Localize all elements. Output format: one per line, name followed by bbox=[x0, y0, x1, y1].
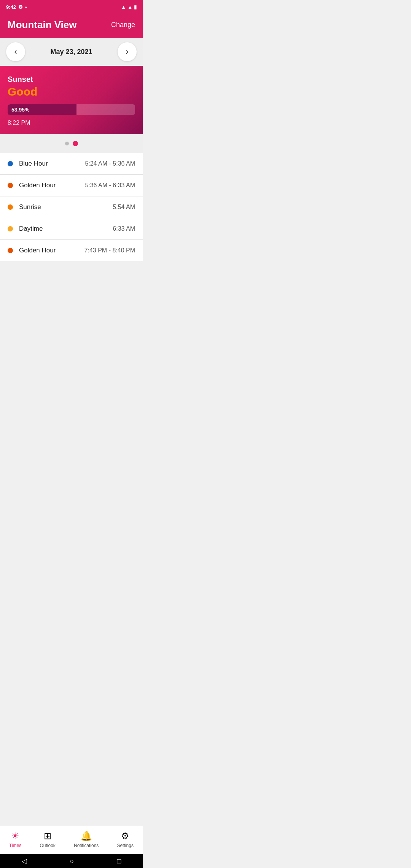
progress-percent: 53.95% bbox=[11, 107, 29, 113]
battery-icon: ▮ bbox=[134, 4, 137, 10]
current-date: May 23, 2021 bbox=[50, 48, 92, 56]
list-item: Golden Hour 7:43 PM - 8:40 PM bbox=[0, 240, 143, 261]
change-location-button[interactable]: Change bbox=[111, 21, 135, 29]
list-item: Blue Hour 5:24 AM - 5:36 AM bbox=[0, 153, 143, 175]
date-navigation: ‹ May 23, 2021 › bbox=[0, 38, 143, 66]
sunset-time: 8:22 PM bbox=[8, 120, 135, 126]
status-time: 9:42 bbox=[6, 4, 16, 10]
sunrise-dot bbox=[8, 204, 13, 210]
carousel-dots bbox=[0, 134, 143, 153]
settings-icon: ⚙ bbox=[18, 4, 23, 10]
sunset-quality: Good bbox=[8, 85, 135, 98]
sunset-label: Sunset bbox=[8, 75, 135, 84]
time-value: 5:24 AM - 5:36 AM bbox=[85, 160, 135, 167]
time-name: Sunrise bbox=[19, 203, 113, 211]
time-value: 5:54 AM bbox=[113, 204, 135, 211]
dot-icon: • bbox=[25, 4, 27, 10]
time-value: 6:33 AM bbox=[113, 225, 135, 232]
blue-hour-dot bbox=[8, 161, 13, 166]
sunset-progress-bar: 53.95% bbox=[8, 104, 135, 115]
list-item: Sunrise 5:54 AM bbox=[0, 196, 143, 218]
chevron-left-icon: ‹ bbox=[14, 47, 17, 57]
time-name: Daytime bbox=[19, 225, 113, 233]
golden-hour-dot-1 bbox=[8, 183, 13, 188]
prev-date-button[interactable]: ‹ bbox=[6, 42, 25, 61]
signal-icon: ▲ bbox=[127, 4, 132, 10]
status-left: 9:42 ⚙ • bbox=[6, 4, 27, 10]
chevron-right-icon: › bbox=[126, 47, 128, 57]
app-header: Mountain View Change bbox=[0, 14, 143, 38]
status-bar: 9:42 ⚙ • ▲ ▲ ▮ bbox=[0, 0, 143, 14]
daytime-dot bbox=[8, 226, 13, 231]
dot-2[interactable] bbox=[73, 141, 78, 146]
time-name: Golden Hour bbox=[19, 247, 84, 254]
time-value: 5:36 AM - 6:33 AM bbox=[85, 182, 135, 189]
golden-hour-dot-2 bbox=[8, 248, 13, 253]
dot-1[interactable] bbox=[65, 142, 69, 145]
wifi-icon: ▲ bbox=[121, 4, 126, 10]
progress-fill: 53.95% bbox=[8, 104, 76, 115]
time-name: Golden Hour bbox=[19, 182, 85, 189]
list-item: Daytime 6:33 AM bbox=[0, 218, 143, 240]
sunset-card: Sunset Good 53.95% 8:22 PM bbox=[0, 66, 143, 134]
status-right: ▲ ▲ ▮ bbox=[121, 4, 137, 10]
next-date-button[interactable]: › bbox=[118, 42, 137, 61]
location-title: Mountain View bbox=[8, 19, 77, 31]
list-item: Golden Hour 5:36 AM - 6:33 AM bbox=[0, 175, 143, 196]
time-value: 7:43 PM - 8:40 PM bbox=[84, 247, 135, 254]
time-name: Blue Hour bbox=[19, 160, 85, 168]
time-list: Blue Hour 5:24 AM - 5:36 AM Golden Hour … bbox=[0, 153, 143, 261]
